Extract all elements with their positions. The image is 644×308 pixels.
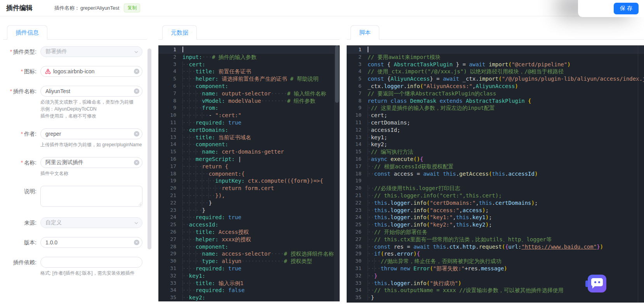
metadata-panel: 元数据 12input:···# 插件的输入参数3··cert:4····tit… bbox=[158, 24, 340, 301]
chat-robot-button[interactable] bbox=[588, 275, 606, 292]
robot-eye bbox=[594, 281, 596, 283]
line-number: 22 bbox=[347, 199, 368, 207]
text-cursor bbox=[368, 47, 368, 52]
code-line: 14·key2; bbox=[347, 141, 644, 148]
line-number: 19 bbox=[347, 177, 368, 185]
script-editor[interactable]: 12// 要用await来import模块3const { AbstractTa… bbox=[347, 45, 644, 303]
code-line: 9······from: bbox=[158, 104, 340, 112]
field-control: 部署插件 bbox=[40, 46, 142, 57]
line-number: 9 bbox=[347, 104, 368, 112]
field-helper: 必须为英文或数字，驼峰命名，类型作为前缀示例：AliyunDeployToCDN… bbox=[40, 99, 142, 119]
field-control: ✕上传插件市场时作为前缀，如 greper/pluginName bbox=[40, 128, 142, 148]
plugin-type-value: 部署插件 bbox=[45, 48, 67, 55]
editor-scrollbar[interactable] bbox=[638, 45, 644, 303]
line-number: 5 bbox=[347, 75, 368, 83]
line-number: 12 bbox=[158, 126, 182, 134]
code-text: ·accessId; bbox=[368, 126, 644, 134]
line-number: 18 bbox=[347, 170, 368, 178]
code-line: 18········component:{ bbox=[158, 170, 340, 178]
code-line: 35··key2: bbox=[158, 294, 340, 301]
code-line: 14····component: bbox=[158, 141, 340, 148]
code-line: 15······name: cert-domains-getter bbox=[158, 148, 340, 156]
code-line: 12··certDomains: bbox=[158, 126, 340, 134]
code-text bbox=[368, 177, 644, 185]
form-scrollbar[interactable] bbox=[148, 48, 151, 249]
code-text: ··// this.logger.info("cert:",this.cert)… bbox=[368, 192, 644, 199]
code-text: ········component:{ bbox=[182, 170, 340, 178]
tab-script[interactable]: 脚本 bbox=[351, 25, 379, 40]
code-text: ········} bbox=[182, 199, 340, 207]
editor-scrollbar[interactable] bbox=[334, 45, 340, 301]
code-line: 32··key1: bbox=[158, 272, 340, 280]
field-control: ✕ bbox=[40, 237, 142, 248]
code-text: ····required: true bbox=[182, 119, 340, 126]
save-button[interactable]: 保存 bbox=[614, 3, 639, 14]
clear-icon[interactable]: ✕ bbox=[134, 160, 139, 165]
field-row-plugin-type: *插件类型:部署插件 bbox=[3, 46, 147, 57]
field-label-version: 版本: bbox=[3, 237, 40, 248]
code-text: ··// this.ctx里面有一些常用的方法类，比如utils、http、lo… bbox=[368, 236, 644, 243]
field-helper: 上传插件市场时作为前缀，如 greper/pluginName bbox=[40, 141, 142, 148]
field-row-desc: 说明: bbox=[3, 186, 147, 208]
code-line: 12·accessId; bbox=[347, 126, 644, 134]
field-row-icon: *图标:✕ bbox=[3, 66, 147, 77]
author-field: ✕ bbox=[40, 128, 142, 139]
title-input[interactable] bbox=[45, 159, 133, 166]
code-text: _ctx.logger.info("AliyunAccess:",AliyunA… bbox=[368, 83, 644, 90]
tab-metadata[interactable]: 元数据 bbox=[162, 25, 197, 40]
code-text: ····required: false bbox=[182, 287, 340, 294]
line-number: 11 bbox=[158, 119, 182, 126]
icon-input[interactable] bbox=[53, 68, 133, 74]
code-text: const { AbstractTaskPlugin } = await imp… bbox=[368, 61, 644, 68]
metadata-editor[interactable]: 12input:···# 插件的输入参数3··cert:4····title: … bbox=[158, 45, 340, 301]
code-text bbox=[182, 46, 340, 54]
plugin-name-label: 插件名称： bbox=[54, 5, 80, 12]
line-number: 13 bbox=[347, 134, 368, 141]
line-number: 26 bbox=[158, 228, 182, 236]
field-row-author: *作者:✕上传插件市场时作为前缀，如 greper/pluginName bbox=[3, 128, 147, 148]
clear-icon[interactable]: ✕ bbox=[134, 69, 139, 74]
version-input[interactable] bbox=[45, 239, 133, 246]
line-number: 35 bbox=[347, 294, 368, 301]
line-number: 21 bbox=[347, 192, 368, 199]
copy-button[interactable]: 复制 bbox=[124, 3, 140, 12]
code-line: 3··cert: bbox=[158, 61, 340, 68]
plugin-type-select[interactable]: 部署插件 bbox=[40, 46, 142, 57]
field-label-desc: 说明: bbox=[3, 186, 40, 208]
scrollbar-thumb[interactable] bbox=[335, 45, 339, 103]
plugin-name-input[interactable] bbox=[45, 88, 133, 94]
line-number: 27 bbox=[347, 236, 368, 243]
line-number: 14 bbox=[158, 141, 182, 148]
line-number: 29 bbox=[347, 250, 368, 258]
code-text: ······vModel: modelValue········# 组件参数 bbox=[182, 97, 340, 105]
chat-bubble-icon bbox=[591, 278, 603, 286]
line-number: 6 bbox=[347, 83, 368, 90]
code-line: 35·} bbox=[347, 294, 644, 301]
code-line: 30····//抛出异常，终止任务，否则将被判定为执行成功 bbox=[347, 258, 644, 265]
required-mark: * bbox=[10, 88, 12, 94]
code-line: 21··// this.logger.info("cert:",this.cer… bbox=[347, 192, 644, 199]
code-text: ··key1: bbox=[182, 272, 340, 280]
line-number: 3 bbox=[347, 61, 368, 68]
line-number: 26 bbox=[347, 228, 368, 236]
line-number: 6 bbox=[158, 83, 182, 90]
clear-icon[interactable]: ✕ bbox=[134, 240, 139, 245]
code-line: 24····required: true bbox=[158, 214, 340, 221]
deps-input[interactable] bbox=[45, 259, 133, 265]
code-text: ·cert; bbox=[368, 112, 644, 119]
code-text: ····throw new Error("部署失败:"+res.message) bbox=[368, 265, 644, 272]
code-text: ······return { bbox=[182, 163, 340, 170]
desc-textarea[interactable] bbox=[40, 186, 142, 207]
clear-icon[interactable]: ✕ bbox=[134, 131, 139, 137]
code-line: 21··········}), bbox=[158, 192, 340, 199]
code-text: ······} bbox=[182, 207, 340, 214]
source-select[interactable]: 自定义 bbox=[40, 217, 142, 228]
code-text: ····component: bbox=[182, 83, 340, 90]
page-header: 插件编辑 插件名称： greper/AliyunTest 复制 bbox=[0, 0, 644, 16]
code-line: 26····title: Access授权 bbox=[158, 228, 340, 236]
code-text: ·certDomains; bbox=[368, 119, 644, 126]
clear-icon[interactable]: ✕ bbox=[134, 88, 139, 94]
author-input[interactable] bbox=[45, 131, 133, 137]
tab-plugin-info[interactable]: 插件信息 bbox=[7, 25, 47, 40]
code-line: 4// 使用_ctx.import("/@/xxx.js") 以绝对路径引用模块… bbox=[347, 68, 644, 75]
